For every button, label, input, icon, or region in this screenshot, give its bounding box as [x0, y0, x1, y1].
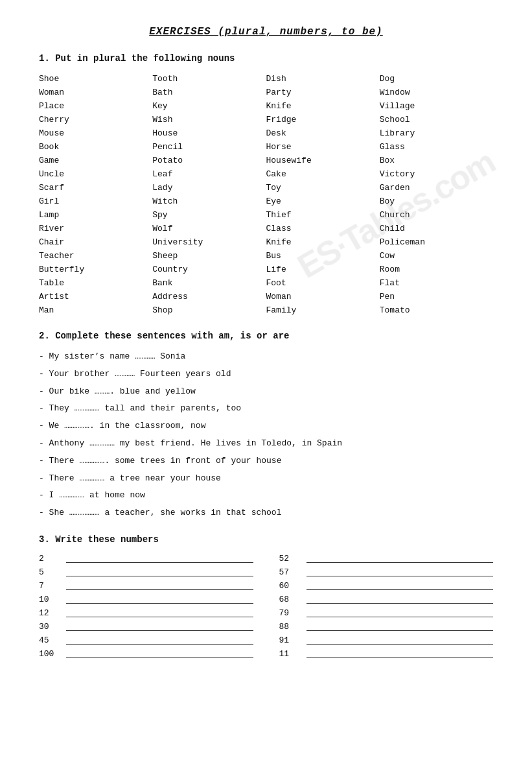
number-answer-line[interactable] [66, 649, 253, 658]
noun-item: Lamp [39, 209, 152, 221]
noun-item: Potato [152, 154, 266, 167]
number-answer-line[interactable] [306, 554, 494, 563]
noun-item: Pen [380, 290, 493, 303]
number-answer-line[interactable] [66, 567, 253, 576]
number-answer-line[interactable] [306, 622, 494, 631]
number-answer-line[interactable] [66, 554, 253, 563]
number-label: 79 [279, 608, 303, 618]
noun-item: Cherry [39, 113, 152, 126]
number-row: 11 [279, 649, 494, 659]
noun-item: Pencil [152, 141, 266, 153]
noun-item: Cow [380, 250, 493, 262]
noun-item: Eye [266, 195, 380, 207]
noun-item: Wish [152, 113, 266, 126]
noun-item: Housewife [266, 154, 380, 167]
number-answer-line[interactable] [306, 649, 494, 658]
noun-item: Spy [152, 209, 266, 221]
number-answer-line[interactable] [66, 622, 253, 631]
number-row: 100 [39, 649, 253, 659]
noun-item: Flat [380, 277, 493, 289]
sentence-line: - She ……………… a teacher, she works in tha… [39, 506, 493, 520]
number-row: 52 [279, 554, 494, 563]
noun-item: School [380, 113, 493, 126]
noun-item: Toy [266, 182, 380, 194]
number-row: 91 [279, 635, 494, 645]
noun-item: Glass [380, 141, 493, 153]
number-row: 2 [39, 554, 253, 563]
section-1: 1. Put in plural the following nouns Sho… [39, 53, 493, 316]
noun-item: Tomato [380, 304, 493, 316]
noun-item: University [152, 236, 266, 248]
page-title: EXERCISES (plural, numbers, to be) [39, 26, 493, 38]
noun-item: Key [152, 100, 266, 112]
number-answer-line[interactable] [306, 608, 494, 617]
sentence-line: - They …………… tall and their parents, too [39, 402, 493, 416]
number-label: 68 [279, 595, 303, 604]
number-label: 11 [279, 649, 303, 659]
noun-item: River [39, 222, 152, 235]
number-answer-line[interactable] [306, 581, 494, 590]
noun-item: Table [39, 277, 152, 289]
section-1-heading: 1. Put in plural the following nouns [39, 53, 493, 64]
number-label: 57 [279, 567, 303, 577]
number-answer-line[interactable] [306, 567, 494, 576]
number-row: 79 [279, 608, 494, 618]
noun-item: Child [380, 222, 493, 235]
noun-item: Church [380, 209, 493, 221]
sentence-line: - My sister’s name ………… Sonia [39, 350, 493, 364]
number-answer-line[interactable] [306, 635, 494, 645]
number-answer-line[interactable] [66, 635, 253, 645]
noun-item: House [152, 127, 266, 139]
sentence-line: - There ……………. some trees in front of yo… [39, 455, 493, 468]
number-row: 7 [39, 581, 253, 591]
noun-item: Uncle [39, 168, 152, 180]
noun-item: Fridge [266, 113, 380, 126]
noun-item: Witch [152, 195, 266, 207]
number-label: 10 [39, 595, 62, 604]
noun-item: Woman [39, 86, 152, 99]
number-label: 7 [39, 581, 62, 591]
number-label: 60 [279, 581, 303, 591]
noun-item: Bath [152, 86, 266, 99]
noun-item: Mouse [39, 127, 152, 139]
noun-item: Butterfly [39, 263, 152, 276]
number-row: 30 [39, 622, 253, 632]
numbers-left-column: 25710123045100 [39, 554, 253, 659]
noun-item: Garden [380, 182, 493, 194]
number-answer-line[interactable] [66, 608, 253, 617]
noun-item: Horse [266, 141, 380, 153]
numbers-grid: 257101230451005257606879889111 [39, 554, 493, 659]
noun-item: Foot [266, 277, 380, 289]
noun-item: Wolf [152, 222, 266, 235]
numbers-right-column: 5257606879889111 [279, 554, 494, 659]
noun-item: Shoe [39, 73, 152, 85]
number-row: 88 [279, 622, 494, 632]
number-label: 2 [39, 554, 62, 563]
noun-item: Man [39, 304, 152, 316]
section-2-heading: 2. Complete these sentences with am, is … [39, 331, 493, 341]
noun-item: Game [39, 154, 152, 167]
number-answer-line[interactable] [306, 595, 494, 604]
noun-item: Bank [152, 277, 266, 289]
noun-item: Victory [380, 168, 493, 180]
number-answer-line[interactable] [66, 595, 253, 604]
sentence-line: - There …………… a tree near your house [39, 472, 493, 486]
sentence-line: - Anthony …………… my best friend. He lives… [39, 437, 493, 451]
noun-item: Leaf [152, 168, 266, 180]
noun-item: Bus [266, 250, 380, 262]
noun-item: Library [380, 127, 493, 139]
number-label: 91 [279, 635, 303, 645]
noun-item: Teacher [39, 250, 152, 262]
noun-item: Chair [39, 236, 152, 248]
number-label: 30 [39, 622, 62, 632]
noun-item: Party [266, 86, 380, 99]
number-label: 88 [279, 622, 303, 632]
number-label: 52 [279, 554, 303, 563]
noun-item: Tooth [152, 73, 266, 85]
noun-item: Country [152, 263, 266, 276]
noun-item: Shop [152, 304, 266, 316]
noun-item: Boy [380, 195, 493, 207]
number-answer-line[interactable] [66, 581, 253, 590]
number-label: 45 [39, 635, 62, 645]
sentences-container: - My sister’s name ………… Sonia- Your brot… [39, 350, 493, 520]
